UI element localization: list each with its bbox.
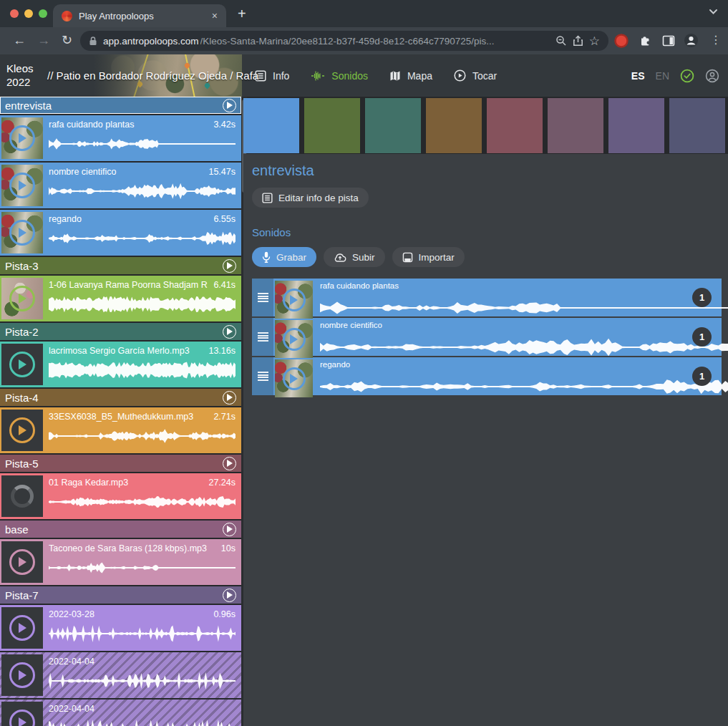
sync-check-icon[interactable] (680, 69, 694, 83)
sound-row[interactable]: regando6.55s (0, 210, 241, 256)
tab-tocar[interactable]: Tocar (454, 69, 497, 82)
bookmark-star-icon[interactable]: ☆ (589, 34, 600, 49)
sound-row[interactable]: rafa cuidando plantas3.42s (0, 115, 241, 161)
sound-thumbnail[interactable] (1, 410, 43, 451)
sound-thumbnail[interactable] (275, 359, 313, 397)
play-track-icon[interactable] (223, 589, 236, 602)
track-swatch[interactable] (608, 98, 664, 153)
tab-sonidos[interactable]: Sonidos (311, 70, 368, 82)
sound-thumbnail[interactable] (1, 607, 43, 649)
track-header[interactable]: Pista-7 (0, 586, 241, 604)
account-icon[interactable] (705, 69, 719, 83)
tab-search-chevron-icon[interactable] (709, 9, 718, 15)
window-controls[interactable] (10, 9, 47, 18)
detail-sound-row[interactable]: nombre cientifico 1 (252, 318, 722, 356)
play-sound-icon[interactable] (9, 615, 35, 641)
play-sound-icon[interactable] (9, 710, 35, 726)
track-header[interactable]: Pista-5 (0, 455, 241, 472)
track-swatch[interactable] (669, 98, 725, 153)
track-swatch[interactable] (304, 98, 360, 153)
back-button[interactable]: ← (13, 33, 26, 47)
sound-row[interactable]: 2022-03-280.96s (0, 605, 241, 651)
tab-info[interactable]: Info (255, 70, 289, 82)
play-sound-icon[interactable] (283, 289, 306, 311)
track-header[interactable]: Pista-2 (0, 323, 241, 340)
track-header[interactable]: Pista-4 (0, 389, 241, 406)
sound-row[interactable]: lacrimosa Sergio García Merlo.mp313.16s (0, 342, 241, 387)
track-swatch[interactable] (243, 98, 299, 153)
track-swatch[interactable] (365, 98, 421, 153)
play-sound-icon[interactable] (9, 352, 35, 377)
share-icon[interactable] (573, 35, 583, 47)
play-sound-icon[interactable] (283, 328, 306, 351)
sound-thumbnail[interactable] (1, 654, 43, 696)
drag-handle[interactable] (252, 279, 273, 316)
sound-thumbnail[interactable] (1, 475, 43, 517)
drag-handle[interactable] (252, 357, 273, 395)
close-tab-icon[interactable]: × (212, 10, 218, 21)
detail-sound-row[interactable]: rafa cuidando plantas 1 (252, 279, 722, 316)
extensions-puzzle-icon[interactable] (639, 34, 651, 47)
play-track-icon[interactable] (223, 259, 236, 273)
play-track-icon[interactable] (223, 99, 236, 112)
sound-thumbnail[interactable] (1, 702, 43, 726)
side-panel-icon[interactable] (662, 34, 675, 47)
zoom-out-icon[interactable] (555, 35, 567, 47)
sound-row[interactable]: 1-06 Lavanya Rama Poorna Shadjam Rupak..… (0, 276, 241, 321)
sound-thumbnail[interactable] (1, 212, 43, 253)
sound-row[interactable]: Taconeo de Sara Baras (128 kbps).mp310s (0, 539, 241, 585)
sound-thumbnail[interactable] (275, 281, 313, 319)
play-sound-icon[interactable] (9, 125, 35, 151)
sound-row[interactable]: 01 Raga Kedar.mp327.24s (0, 473, 241, 519)
sound-actions: Grabar Subir Importar (252, 247, 719, 267)
upload-button[interactable]: Subir (324, 247, 385, 267)
play-sound-icon[interactable] (9, 662, 35, 688)
browser-menu-icon[interactable]: ⋮ (710, 33, 722, 47)
track-swatch[interactable] (548, 98, 603, 153)
play-sound-icon[interactable] (283, 367, 306, 390)
lang-es-button[interactable]: ES (631, 70, 645, 82)
sound-thumbnail[interactable] (275, 320, 313, 358)
sound-thumbnail[interactable] (1, 541, 43, 583)
sound-thumbnail[interactable] (1, 278, 43, 319)
sound-row[interactable]: nombre cientifico15.47s (0, 163, 241, 208)
profile-avatar[interactable] (684, 33, 699, 48)
track-swatch[interactable] (426, 98, 482, 153)
forward-button[interactable]: → (37, 33, 50, 47)
play-sound-icon[interactable] (9, 286, 35, 311)
play-track-icon[interactable] (223, 523, 236, 536)
detail-sound-row[interactable]: regando 1 (252, 357, 722, 395)
browser-tab[interactable]: Play Antropoloops × (53, 4, 226, 27)
lang-en-button[interactable]: EN (656, 70, 669, 82)
record-button[interactable]: Grabar (252, 247, 316, 267)
track-swatch[interactable] (487, 98, 543, 153)
sound-row[interactable]: 2022-04-04 (0, 652, 241, 698)
play-sound-icon[interactable] (9, 220, 35, 246)
import-button[interactable]: Importar (392, 247, 465, 267)
sound-row[interactable]: 33ESX6038_B5_Muthedukkum.mp32.71s (0, 407, 241, 453)
new-tab-button[interactable]: + (238, 7, 246, 20)
play-track-icon[interactable] (223, 325, 236, 339)
sound-row[interactable]: 2022-04-04 (0, 700, 241, 726)
play-track-icon[interactable] (223, 391, 236, 405)
project-title[interactable]: Kleos 2022 (6, 62, 51, 89)
track-header[interactable]: entrevista (0, 97, 241, 114)
track-header[interactable]: Pista-3 (0, 257, 241, 274)
close-window-button[interactable] (10, 9, 19, 18)
sound-thumbnail[interactable] (1, 117, 43, 159)
record-extension-icon[interactable] (614, 34, 628, 48)
play-sound-icon[interactable] (9, 417, 35, 443)
play-sound-icon[interactable] (9, 173, 35, 198)
reload-button[interactable]: ↻ (62, 33, 72, 47)
address-bar[interactable]: app.antropoloops.com/Kleos-Santa-Marina/… (80, 31, 608, 51)
minimize-window-button[interactable] (24, 9, 33, 18)
sound-thumbnail[interactable] (1, 165, 43, 206)
sound-thumbnail[interactable] (1, 344, 43, 385)
tab-mapa[interactable]: Mapa (389, 70, 432, 82)
play-track-icon[interactable] (223, 457, 236, 470)
zoom-window-button[interactable] (39, 9, 47, 18)
drag-handle[interactable] (252, 318, 273, 356)
play-sound-icon[interactable] (9, 549, 35, 575)
edit-track-info-button[interactable]: Editar info de pista (252, 188, 369, 208)
track-header[interactable]: base (0, 521, 241, 538)
